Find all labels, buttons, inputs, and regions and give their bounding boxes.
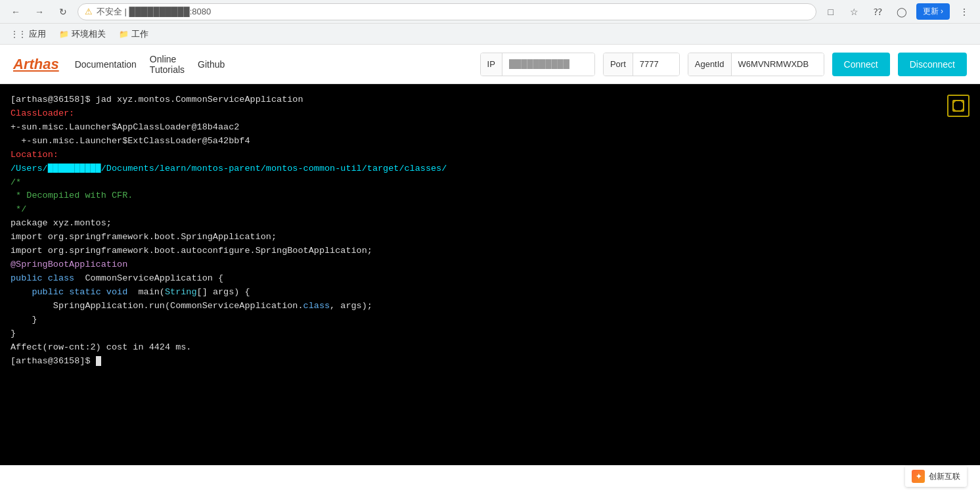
terminal-line: @SpringBootApplication — [11, 258, 969, 272]
back-button[interactable]: ← — [7, 3, 25, 21]
terminal-line: ClassLoader: — [11, 107, 969, 121]
forward-button[interactable]: → — [30, 3, 49, 21]
arthas-logo[interactable]: Arthas — [13, 56, 59, 73]
disconnect-button[interactable]: Disconnect — [898, 53, 967, 76]
terminal-line: +-sun.misc.Launcher$AppClassLoader@18b4a… — [11, 121, 969, 135]
ip-input[interactable] — [502, 53, 594, 76]
terminal-line: import org.springframework.boot.autoconf… — [11, 244, 969, 258]
header-controls: IP Port AgentId Connect Disconnect — [480, 53, 967, 76]
bookmark-apps-label: 应用 — [29, 28, 46, 40]
folder-icon-2: 📁 — [119, 30, 129, 39]
browser-actions: □ ☆ ⁇ ◯ 更新 › ⋮ — [822, 3, 973, 21]
terminal-output: [arthas@36158]$ jad xyz.montos.CommonSer… — [11, 93, 969, 368]
agentid-label: AgentId — [688, 53, 732, 76]
browser-titlebar: ← → ↻ ⚠ 不安全 | ██████████:8080 □ ☆ ⁇ ◯ 更新… — [0, 0, 980, 24]
bookmark-work[interactable]: 📁 工作 — [114, 26, 154, 42]
port-label: Port — [604, 53, 633, 76]
address-text: 不安全 | ██████████:8080 — [97, 6, 809, 18]
warning-icon: ⚠ — [85, 7, 93, 16]
terminal-line: import org.springframework.boot.SpringAp… — [11, 231, 969, 244]
terminal-line: /* — [11, 176, 969, 190]
port-group: Port — [603, 53, 680, 76]
terminal-line: /Users/██████████/Documents/learn/montos… — [11, 162, 969, 176]
terminal-line: package xyz.montos; — [11, 217, 969, 231]
terminal-line: public class CommonServiceApplication { — [11, 272, 969, 286]
bookmark-apps[interactable]: ⋮⋮ 应用 — [5, 26, 51, 42]
nav-online-tutorials[interactable]: Online Tutorials — [150, 54, 185, 75]
folder-icon-1: 📁 — [59, 30, 69, 39]
bookmark-button[interactable]: ☆ — [845, 3, 864, 21]
terminal-line: [arthas@36158]$ jad xyz.montos.CommonSer… — [11, 93, 969, 107]
terminal: [arthas@36158]$ jad xyz.montos.CommonSer… — [0, 84, 980, 465]
ip-label: IP — [481, 53, 502, 76]
agentid-group: AgentId — [688, 53, 824, 76]
terminal-line: } — [11, 313, 969, 327]
app-header: Arthas Documentation Online Tutorials Gi… — [0, 45, 980, 84]
terminal-line: public static void main(String[] args) { — [11, 286, 969, 300]
terminal-line: } — [11, 327, 969, 341]
watermark-text: 创新互联 — [929, 471, 960, 482]
bookmark-env[interactable]: 📁 环境相关 — [54, 26, 111, 42]
terminal-line: SpringApplication.run(CommonServiceAppli… — [11, 300, 969, 313]
profile-button[interactable]: ◯ — [893, 3, 911, 21]
reload-button[interactable]: ↻ — [54, 3, 72, 21]
terminal-line: * Decompiled with CFR. — [11, 189, 969, 203]
screen-reader-button[interactable]: □ — [822, 3, 840, 21]
terminal-line: Affect(row-cnt:2) cost in 4424 ms. — [11, 341, 969, 355]
connect-button[interactable]: Connect — [832, 53, 890, 76]
menu-button[interactable]: ⋮ — [955, 3, 973, 21]
terminal-line: Location: — [11, 148, 969, 162]
fullscreen-button[interactable] — [947, 95, 969, 117]
watermark: ✦ 创新互联 — [905, 466, 967, 487]
bookmark-work-label: 工作 — [131, 28, 148, 40]
terminal-line: */ — [11, 203, 969, 217]
port-input[interactable] — [633, 53, 679, 76]
header-nav: Documentation Online Tutorials Github — [75, 54, 225, 75]
nav-documentation[interactable]: Documentation — [75, 59, 137, 70]
extension-button[interactable]: ⁇ — [869, 3, 887, 21]
watermark-logo: ✦ — [912, 470, 925, 483]
address-bar[interactable]: ⚠ 不安全 | ██████████:8080 — [78, 3, 816, 20]
terminal-line: [arthas@36158]$ ​ — [11, 355, 969, 369]
bookmark-env-label: 环境相关 — [72, 28, 106, 40]
terminal-line: +-sun.misc.Launcher$ExtClassLoader@5a42b… — [11, 135, 969, 148]
fullscreen-icon — [952, 100, 964, 112]
ip-group: IP — [480, 53, 595, 76]
agentid-input[interactable] — [732, 53, 824, 76]
update-button[interactable]: 更新 › — [916, 3, 950, 20]
apps-icon: ⋮⋮ — [11, 30, 26, 39]
bookmarks-bar: ⋮⋮ 应用 📁 环境相关 📁 工作 — [0, 24, 980, 45]
nav-github[interactable]: Github — [198, 59, 225, 70]
